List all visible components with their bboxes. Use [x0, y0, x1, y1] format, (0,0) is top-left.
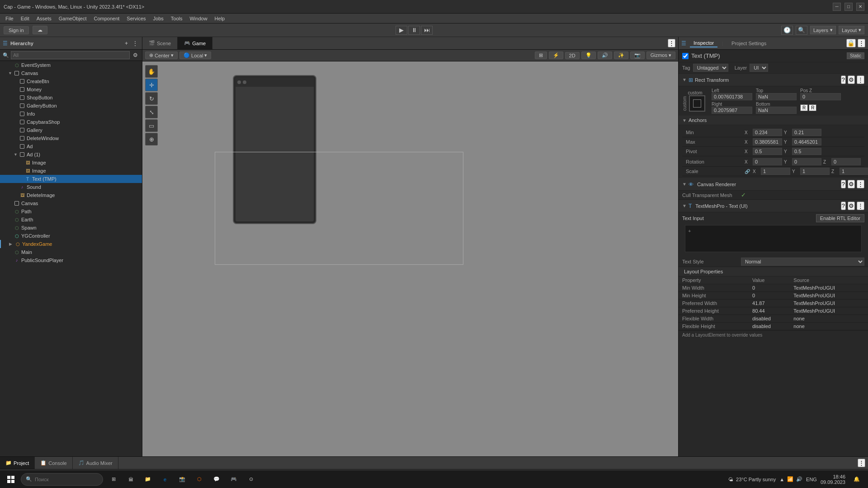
list-item[interactable]: CapybaraShop [0, 118, 142, 126]
rotate-tool-button[interactable]: ↻ [145, 92, 158, 105]
history-button[interactable]: 🕐 [781, 26, 793, 35]
maximize-button[interactable]: □ [844, 3, 853, 11]
hierarchy-add-button[interactable]: + [123, 40, 129, 47]
tab-console[interactable]: 📋 Console [35, 457, 72, 469]
rect-br-button[interactable]: R [809, 104, 816, 111]
rotation-y-input[interactable] [792, 158, 821, 165]
list-item[interactable]: ♪ Sound [0, 183, 142, 191]
close-button[interactable]: ✕ [856, 3, 864, 11]
grid-button[interactable]: ⊞ [535, 52, 547, 59]
list-item[interactable]: Info [0, 110, 142, 118]
list-item-selected[interactable]: T Text (TMP) [0, 175, 142, 183]
taskbar-search-box[interactable]: 🔍 [21, 473, 103, 486]
anchor-max-x-input[interactable] [753, 138, 782, 145]
rect-menu-button[interactable]: ⋮ [857, 75, 864, 84]
app-icon-2[interactable]: 📁 [140, 472, 156, 487]
app-icon-6[interactable]: 🎮 [226, 472, 241, 487]
menu-edit[interactable]: Edit [17, 15, 33, 22]
rect-bottom-input[interactable] [756, 107, 797, 114]
hand-tool-button[interactable]: ✋ [145, 65, 158, 78]
step-button[interactable]: ⏭ [421, 26, 433, 35]
tag-select[interactable]: Untagged [693, 64, 728, 72]
text-input-area[interactable]: + [685, 225, 862, 252]
tab-scene[interactable]: 🎬 Scene [142, 37, 178, 49]
list-item[interactable]: ShopButton [0, 94, 142, 102]
hierarchy-search-input[interactable] [11, 51, 130, 59]
rect-top-input[interactable] [756, 93, 797, 100]
light-button[interactable]: 💡 [581, 52, 596, 59]
rect-r-button[interactable]: R [800, 104, 808, 111]
play-button[interactable]: ▶ [396, 26, 407, 35]
anchor-min-y-input[interactable] [792, 129, 821, 136]
app-icon-5[interactable]: ⬡ [192, 472, 207, 487]
list-item[interactable]: DeleteWindow [0, 134, 142, 142]
minimize-button[interactable]: ─ [833, 3, 841, 11]
transform-tool-button[interactable]: ⊕ [145, 133, 158, 145]
list-item[interactable]: ▶ ⬡ YandexGame [0, 240, 142, 248]
canvas-menu-button[interactable]: ⋮ [857, 180, 864, 188]
hierarchy-menu-button[interactable]: ⋮ [131, 40, 139, 47]
list-item[interactable]: ⬡ Earth [0, 216, 142, 224]
list-item[interactable]: Money [0, 85, 142, 94]
menu-jobs[interactable]: Jobs [150, 15, 167, 22]
list-item[interactable]: ⬡ EventSystem [0, 61, 142, 69]
textmeshpro-section-header[interactable]: ▼ T TextMeshPro - Text (UI) ? ⚙ ⋮ [679, 200, 868, 212]
menu-assets[interactable]: Assets [33, 15, 55, 22]
search-button[interactable]: 🔍 [796, 26, 807, 35]
taskview-button[interactable]: ⊞ [106, 472, 121, 487]
list-item[interactable]: ⬡ Path [0, 207, 142, 216]
app-icon-3[interactable]: e [157, 472, 173, 487]
local-button[interactable]: 🔵Local▾ [179, 52, 211, 59]
canvas-help-button[interactable]: ? [841, 180, 846, 188]
canvas-settings-button[interactable]: ⚙ [848, 180, 855, 188]
app-icon-discord[interactable]: 💬 [209, 472, 224, 487]
anchor-min-x-input[interactable] [753, 129, 782, 136]
layer-select[interactable]: UI [750, 64, 768, 72]
fx-button[interactable]: ✨ [614, 52, 628, 59]
scale-tool-button[interactable]: ⤡ [145, 106, 158, 118]
list-item[interactable]: Gallery [0, 126, 142, 134]
object-active-checkbox[interactable] [682, 53, 689, 59]
list-item[interactable]: CreateBtn [0, 77, 142, 85]
layout-properties-section-header[interactable]: Layout Properties [679, 267, 868, 277]
tmp-settings-button[interactable]: ⚙ [848, 202, 855, 210]
list-item[interactable]: Canvas [0, 199, 142, 207]
rect-box[interactable] [689, 95, 705, 112]
rect-transform-section-header[interactable]: ▼ ⊞ Rect Transform ? ⚙ ⋮ [679, 74, 868, 86]
layout-dropdown[interactable]: Layout▾ [839, 26, 864, 34]
audio-button[interactable]: 🔊 [598, 52, 612, 59]
menu-tools[interactable]: Tools [167, 15, 186, 22]
app-icon-1[interactable]: 🏛 [123, 472, 138, 487]
anchor-max-y-input[interactable] [792, 138, 821, 145]
list-item[interactable]: ⬡ Main [0, 248, 142, 256]
rect-help-button[interactable]: ? [841, 75, 846, 84]
list-item[interactable]: ♪ PublicSoundPlayer [0, 256, 142, 264]
app-icon-unity[interactable]: ⊙ [243, 472, 259, 487]
tab-project[interactable]: 📁 Project [0, 457, 35, 469]
scale-y-input[interactable] [800, 168, 830, 175]
menu-services[interactable]: Services [123, 15, 149, 22]
taskbar-clock[interactable]: 18:46 09.09.2023 [821, 474, 845, 485]
rect-settings-button[interactable]: ⚙ [848, 75, 855, 84]
taskbar-search-input[interactable] [35, 477, 98, 482]
tab-project-settings[interactable]: Project Settings [728, 40, 770, 47]
list-item[interactable]: GalleryButton [0, 102, 142, 110]
move-tool-button[interactable]: ✛ [145, 79, 158, 91]
static-button[interactable]: Static [847, 52, 864, 59]
rotation-x-input[interactable] [753, 158, 782, 165]
text-style-select[interactable]: Normal [741, 258, 864, 266]
notification-button[interactable]: 🔔 [849, 472, 864, 487]
gizmos-toggle-button[interactable]: Gizmos ▾ [646, 52, 675, 59]
hierarchy-filter-button[interactable]: ⚙ [132, 52, 139, 59]
list-item[interactable]: ▼ Canvas [0, 69, 142, 77]
gizmos-button[interactable]: ⚡ [549, 52, 563, 59]
pause-button[interactable]: ⏸ [408, 26, 420, 35]
menu-component[interactable]: Component [90, 15, 123, 22]
menu-help[interactable]: Help [211, 15, 229, 22]
list-item[interactable]: Ad [0, 142, 142, 150]
list-item[interactable]: ⬡ YGController [0, 232, 142, 240]
inspector-lock-button[interactable]: 🔒 [846, 39, 856, 47]
inspector-menu-button[interactable]: ⋮ [858, 39, 865, 47]
canvas-renderer-section-header[interactable]: ▼ 👁 Canvas Renderer ? ⚙ ⋮ [679, 178, 868, 191]
scale-z-input[interactable] [840, 168, 868, 175]
